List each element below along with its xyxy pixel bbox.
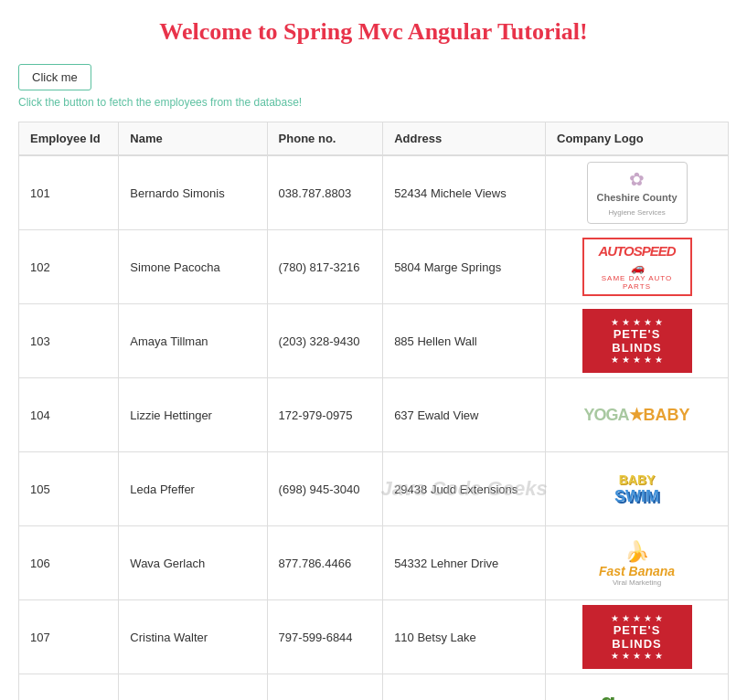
table-row: 107 Cristina Walter 797-599-6844 110 Bet… [19, 600, 729, 674]
cell-address: 637 Ewald View [383, 378, 546, 452]
cell-name: Leda Pfeffer [119, 452, 267, 526]
cell-logo: AUTOSPEED 🚗 SAME DAY AUTO PARTS [546, 230, 729, 304]
table-row: 103 Amaya Tillman (203) 328-9430 885 Hel… [19, 304, 729, 378]
cell-name: Wava Gerlach [119, 526, 267, 600]
cell-phone: 038.787.8803 [267, 155, 383, 230]
cell-id: 105 [19, 452, 119, 526]
table-header-row: Employee Id Name Phone no. Address Compa… [19, 122, 729, 156]
cell-logo: YOGA★BABY [546, 378, 729, 452]
cell-phone: (780) 817-3216 [267, 230, 383, 304]
col-id: Employee Id [19, 122, 119, 156]
cell-phone: 877.786.4466 [267, 526, 383, 600]
cell-logo: ★ ★ ★ ★ ★ PETE'S BLINDS ★ ★ ★ ★ ★ [546, 304, 729, 378]
table-row: 101 Bernardo Simonis 038.787.8803 52434 … [19, 155, 729, 230]
cell-logo: BABYSWIM [546, 452, 729, 526]
col-logo: Company Logo [546, 122, 729, 156]
page-title: Welcome to Spring Mvc Angular Tutorial! [18, 18, 729, 46]
click-me-button[interactable]: Click me [18, 64, 91, 90]
hint-text: Click the button to fetch the employees … [18, 96, 729, 109]
cell-logo: ★ ★ ★ ★ ★ PETE'S BLINDS ★ ★ ★ ★ ★ [546, 600, 729, 674]
table-row: 108 Tyrell Morissette 306-263-8801 53675… [19, 674, 729, 701]
cell-id: 101 [19, 155, 119, 230]
table-row: 104 Lizzie Hettinger 172-979-0975 637 Ew… [19, 378, 729, 452]
cell-address: 110 Betsy Lake [383, 600, 546, 674]
cell-name: Tyrell Morissette [119, 674, 267, 701]
cell-logo: 🍌 Fast Banana Viral Marketing [546, 526, 729, 600]
cell-id: 102 [19, 230, 119, 304]
cell-id: 104 [19, 378, 119, 452]
table-row: 105 Leda Pfeffer (698) 945-3040 29438 Ju… [19, 452, 729, 526]
cell-phone: 306-263-8801 [267, 674, 383, 701]
cell-logo: ✿ Cheshire County Hygiene Services [546, 155, 729, 230]
cell-id: 108 [19, 674, 119, 701]
cell-id: 103 [19, 304, 119, 378]
cell-address: 53675 O'Reilly Island [383, 674, 546, 701]
col-phone: Phone no. [267, 122, 383, 156]
cell-address: 885 Hellen Wall [383, 304, 546, 378]
cell-name: Amaya Tillman [119, 304, 267, 378]
cell-phone: (698) 945-3040 [267, 452, 383, 526]
cell-address: 52434 Michele Views [383, 155, 546, 230]
col-address: Address [383, 122, 546, 156]
cell-address: 54332 Lehner Drive [383, 526, 546, 600]
cell-address: 29438 Judd ExtensionsJava Code Geeks [383, 452, 546, 526]
cell-id: 107 [19, 600, 119, 674]
employee-table: Employee Id Name Phone no. Address Compa… [18, 122, 729, 700]
cell-name: Lizzie Hettinger [119, 378, 267, 452]
cell-phone: 797-599-6844 [267, 600, 383, 674]
cell-name: Cristina Walter [119, 600, 267, 674]
cell-name: Simone Pacocha [119, 230, 267, 304]
cell-name: Bernardo Simonis [119, 155, 267, 230]
table-row: 106 Wava Gerlach 877.786.4466 54332 Lehn… [19, 526, 729, 600]
cell-logo: g GREENS FOOD SUPPLIERS DIRECT DELIVERY … [546, 674, 729, 701]
cell-phone: 172-979-0975 [267, 378, 383, 452]
cell-address: 5804 Marge Springs [383, 230, 546, 304]
col-name: Name [119, 122, 267, 156]
cell-id: 106 [19, 526, 119, 600]
cell-phone: (203) 328-9430 [267, 304, 383, 378]
table-row: 102 Simone Pacocha (780) 817-3216 5804 M… [19, 230, 729, 304]
